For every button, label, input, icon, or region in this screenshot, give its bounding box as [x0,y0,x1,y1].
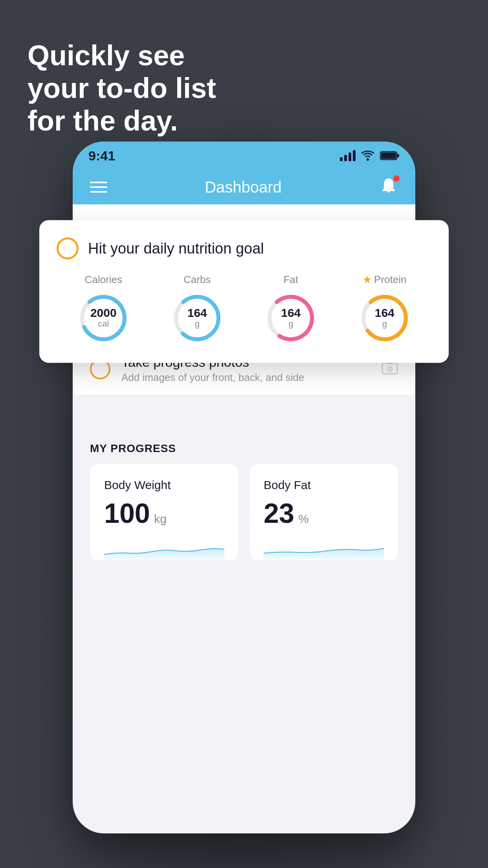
body-weight-value: 100 [104,498,150,529]
hero-line1: Quickly see [28,39,216,72]
fat-label: Fat [283,274,298,286]
body-fat-unit: % [298,512,309,525]
status-bar: 9:41 [73,142,415,170]
nav-title: Dashboard [205,178,282,196]
spacer [73,395,415,419]
status-icons [340,150,400,161]
body-weight-value-row: 100 kg [104,500,224,527]
carbs-donut: 164 g [170,291,225,346]
protein-value: 164 [375,307,394,319]
body-weight-unit: kg [154,512,167,525]
fat-value: 164 [281,307,301,319]
progress-cards: Body Weight 100 kg [90,464,398,560]
protein-donut: 164 g [357,291,412,346]
calories-value: 2000 [90,307,117,319]
svg-rect-3 [381,153,396,159]
status-time: 9:41 [88,148,115,164]
body-fat-value-row: 23 % [264,500,384,527]
svg-point-0 [367,158,369,161]
battery-icon [380,151,400,161]
svg-point-10 [389,368,391,370]
hero-line3: for the day. [28,105,216,137]
card-header: Hit your daily nutrition goal [57,237,431,259]
svg-rect-2 [397,154,399,157]
progress-section-title: MY PROGRESS [90,442,398,455]
fat-unit: g [281,319,301,329]
calories-unit: cal [90,319,117,329]
nutrition-stats: Calories 2000 cal Carbs [57,274,431,346]
progress-section: MY PROGRESS Body Weight 100 kg [73,419,415,577]
carbs-stat: Carbs 164 g [170,274,225,346]
body-fat-chart [264,537,384,560]
hamburger-line [90,182,107,183]
carbs-label: Carbs [183,274,211,286]
nutrition-check-circle[interactable] [57,237,79,259]
hero-text: Quickly see your to-do list for the day. [28,39,216,137]
protein-stat: ★ Protein 164 g [357,274,412,346]
hero-line2: your to-do list [28,72,216,105]
fat-stat: Fat 164 g [263,274,318,346]
nutrition-card: Hit your daily nutrition goal Calories 2… [39,220,449,363]
protein-label-container: ★ Protein [363,274,406,286]
carbs-value: 164 [187,307,207,319]
signal-icon [340,150,356,161]
body-fat-title: Body Fat [264,478,384,492]
hamburger-line [90,191,107,193]
calories-label: Calories [85,274,122,286]
calories-donut: 2000 cal [76,291,131,346]
body-fat-value: 23 [264,498,294,529]
protein-label: Protein [374,274,406,286]
hamburger-menu[interactable] [90,182,107,193]
wifi-icon [361,150,374,161]
photo-icon [382,360,398,378]
body-fat-card[interactable]: Body Fat 23 % [250,464,398,560]
star-icon: ★ [363,274,372,286]
notification-badge [393,175,400,182]
body-weight-title: Body Weight [104,478,224,492]
nav-bar: Dashboard [73,170,415,204]
hamburger-line [90,186,107,188]
body-weight-chart [104,537,224,560]
body-weight-card[interactable]: Body Weight 100 kg [90,464,238,560]
calories-stat: Calories 2000 cal [76,274,131,346]
notification-bell-button[interactable] [379,177,398,197]
todo-subtitle-photos: Add images of your front, back, and side [121,371,371,384]
nutrition-card-title: Hit your daily nutrition goal [88,240,264,257]
carbs-unit: g [187,319,207,329]
protein-unit: g [375,319,394,329]
fat-donut: 164 g [263,291,318,346]
